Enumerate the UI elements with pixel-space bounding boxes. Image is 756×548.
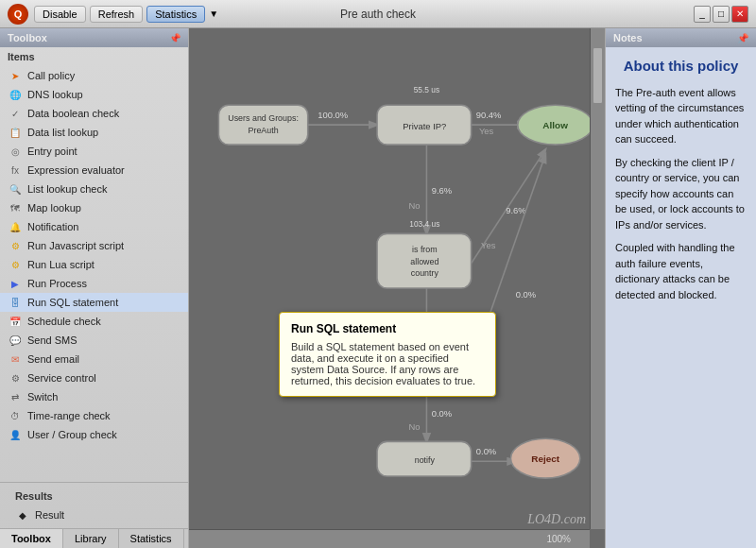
item-label: Schedule check xyxy=(27,316,101,327)
sms-icon: 💬 xyxy=(8,333,23,348)
svg-text:notify: notify xyxy=(415,455,436,465)
svg-text:Yes: Yes xyxy=(479,126,494,136)
item-label: Run Lua script xyxy=(27,259,94,270)
svg-text:90.4%: 90.4% xyxy=(476,110,502,120)
svc-icon: ⚙ xyxy=(8,370,23,385)
zoom-level: 100% xyxy=(546,534,571,544)
horizontal-scrollbar[interactable]: 100% xyxy=(189,529,590,548)
arrow-icon: ➤ xyxy=(8,68,23,83)
svg-text:0.0%: 0.0% xyxy=(476,446,497,456)
toolbox-item-notification[interactable]: 🔔 Notification xyxy=(0,217,188,236)
lua-icon: ⚙ xyxy=(8,257,23,272)
window-buttons: _ □ ✕ xyxy=(694,6,748,23)
proc-icon: ▶ xyxy=(8,276,23,291)
lookup-icon: 🔍 xyxy=(8,181,23,197)
watermark: LO4D.com xyxy=(527,512,586,527)
point-icon: ◎ xyxy=(8,144,23,159)
toolbox-item-data-list[interactable]: 📋 Data list lookup xyxy=(0,123,188,142)
toolbox-item-data-boolean[interactable]: ✓ Data boolean check xyxy=(0,104,188,123)
toolbox-item-run-sql[interactable]: 🗄 Run SQL statement xyxy=(0,293,188,312)
svg-text:No: No xyxy=(409,421,421,432)
window-title: Pre auth check xyxy=(340,8,416,21)
item-label: Time-range check xyxy=(27,410,111,421)
flow-diagram: 100.0% 90.4% Yes 9.6% No 9.6% Yes 0.0% N… xyxy=(189,28,605,548)
toolbox-item-time-range[interactable]: ⏱ Time-range check xyxy=(0,406,188,425)
toolbox-title: Toolbox xyxy=(8,32,47,43)
scroll-thumb-vertical[interactable] xyxy=(593,47,603,104)
app-logo: Q xyxy=(8,4,28,25)
results-title: Results xyxy=(8,487,180,505)
notes-paragraph-2: By checking the client IP / country or s… xyxy=(615,155,747,233)
toolbox-item-run-process[interactable]: ▶ Run Process xyxy=(0,274,188,293)
canvas-area[interactable]: 100.0% 90.4% Yes 9.6% No 9.6% Yes 0.0% N… xyxy=(189,28,605,548)
tab-toolbox[interactable]: Toolbox xyxy=(0,529,63,548)
notes-panel: Notes 📌 About this policy The Pre-auth e… xyxy=(605,28,756,548)
svg-text:Allow: Allow xyxy=(542,120,568,130)
toolbox-item-map-lookup[interactable]: 🗺 Map lookup xyxy=(0,198,188,217)
toolbox-item-result[interactable]: ◆ Result xyxy=(8,505,180,524)
tooltip-box: Run SQL statement Build a SQL statement … xyxy=(279,312,496,397)
statistics-button[interactable]: Statistics xyxy=(146,6,205,23)
svg-text:9.6%: 9.6% xyxy=(432,185,453,196)
item-label: DNS lookup xyxy=(27,89,83,100)
toolbox-pin-icon[interactable]: 📌 xyxy=(169,33,180,43)
toolbox-item-entry-point[interactable]: ◎ Entry point xyxy=(0,142,188,161)
svg-text:country: country xyxy=(411,268,439,278)
toolbox-item-send-email[interactable]: ✉ Send email xyxy=(0,350,188,368)
toolbox-item-switch[interactable]: ⇄ Switch xyxy=(0,387,188,406)
item-label: Notification xyxy=(27,221,78,232)
item-label: Service control xyxy=(27,372,96,384)
notes-paragraph-3: Coupled with handling the auth failure e… xyxy=(615,240,747,302)
sql-icon: 🗄 xyxy=(8,295,23,310)
svg-text:Private IP?: Private IP? xyxy=(403,121,446,131)
toolbox-item-js[interactable]: ⚙ Run Javascript script xyxy=(0,236,188,255)
item-label: Call policy xyxy=(27,70,75,81)
toolbox-item-call-policy[interactable]: ➤ Call policy xyxy=(0,66,188,85)
item-label: Map lookup xyxy=(27,202,81,214)
disable-button[interactable]: Disable xyxy=(34,6,86,23)
minimize-button[interactable]: _ xyxy=(694,6,711,23)
result-label: Result xyxy=(35,509,64,521)
maximize-button[interactable]: □ xyxy=(713,6,730,23)
notes-title-label: Notes xyxy=(613,32,643,43)
toolbox-item-expression[interactable]: fx Expression evaluator xyxy=(0,161,188,180)
user-icon: 👤 xyxy=(8,427,23,442)
svg-text:PreAuth: PreAuth xyxy=(249,126,279,135)
close-button[interactable]: ✕ xyxy=(731,6,748,23)
svg-text:55.5 us: 55.5 us xyxy=(414,85,439,94)
list-icon: 📋 xyxy=(8,125,23,140)
toolbox-item-service[interactable]: ⚙ Service control xyxy=(0,368,188,387)
toolbox-item-dns-lookup[interactable]: 🌐 DNS lookup xyxy=(0,85,188,104)
tab-statistics[interactable]: Statistics xyxy=(119,529,184,548)
notes-pin-icon[interactable]: 📌 xyxy=(737,33,748,43)
notes-paragraph-1: The Pre-auth event allows vetting of the… xyxy=(615,85,747,147)
svg-text:103.4 us: 103.4 us xyxy=(409,219,439,229)
toolbox-item-list-lookup[interactable]: 🔍 List lookup check xyxy=(0,180,188,198)
check-icon: ✓ xyxy=(8,106,23,121)
vertical-scrollbar[interactable] xyxy=(590,28,605,529)
toolbox-items-list: ➤ Call policy 🌐 DNS lookup ✓ Data boolea… xyxy=(0,66,188,482)
item-label: Data boolean check xyxy=(27,108,119,119)
main-layout: Toolbox 📌 Items ➤ Call policy 🌐 DNS look… xyxy=(0,28,756,548)
results-section: Results ◆ Result xyxy=(0,482,188,528)
tab-library[interactable]: Library xyxy=(63,529,119,548)
notes-content: About this policy The Pre-auth event all… xyxy=(606,47,756,548)
title-bar: Q Disable Refresh Statistics ▼ Pre auth … xyxy=(0,0,756,28)
refresh-button[interactable]: Refresh xyxy=(90,6,144,23)
item-label: Run Process xyxy=(27,278,87,289)
svg-text:Users and Groups:: Users and Groups: xyxy=(228,113,299,123)
toolbox-item-send-sms[interactable]: 💬 Send SMS xyxy=(0,331,188,350)
svg-text:100.0%: 100.0% xyxy=(318,110,349,120)
item-label: Switch xyxy=(27,391,58,402)
time-icon: ⏱ xyxy=(8,408,23,423)
svg-text:9.6%: 9.6% xyxy=(506,205,526,215)
toolbox-item-lua[interactable]: ⚙ Run Lua script xyxy=(0,255,188,274)
items-section-title: Items xyxy=(0,47,188,66)
toolbar-controls: Disable Refresh Statistics ▼ xyxy=(34,6,218,23)
toolbox-item-schedule[interactable]: 📅 Schedule check xyxy=(0,312,188,331)
dropdown-arrow[interactable]: ▼ xyxy=(209,9,218,19)
item-label: Entry point xyxy=(27,146,77,157)
map-icon: 🗺 xyxy=(8,200,23,215)
notes-policy-title: About this policy xyxy=(615,57,747,76)
toolbox-item-user-group[interactable]: 👤 User / Group check xyxy=(0,425,188,444)
